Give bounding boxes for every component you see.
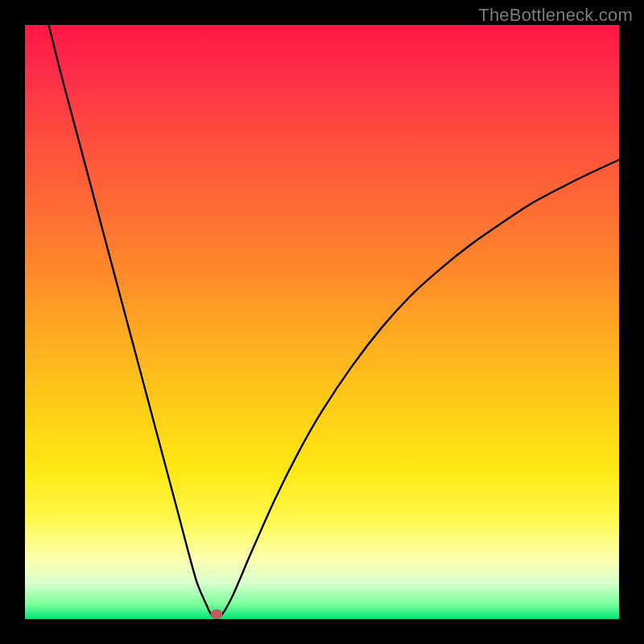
plot-area (25, 25, 619, 619)
chart-frame: TheBottleneck.com (0, 0, 644, 644)
bottleneck-curve (25, 25, 619, 619)
attribution-watermark: TheBottleneck.com (478, 5, 633, 26)
optimal-point-marker (211, 609, 223, 619)
